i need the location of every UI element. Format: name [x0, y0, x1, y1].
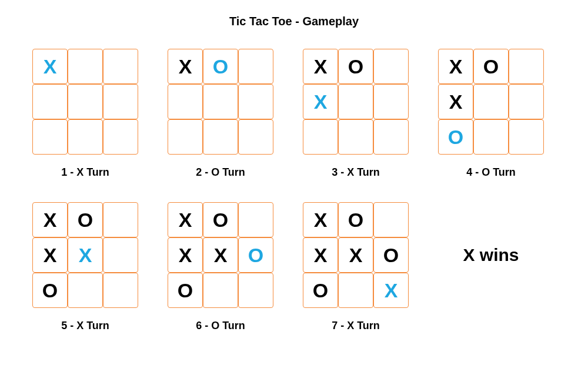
board-5: X O X X O 5 - X Turn — [32, 202, 138, 332]
cell — [473, 84, 509, 119]
cell — [338, 119, 373, 155]
result-label: X wins — [438, 202, 544, 308]
cell: O — [32, 273, 68, 308]
cell: O — [338, 49, 373, 84]
cell: X — [303, 237, 338, 273]
cell — [68, 119, 103, 155]
cell: X — [303, 202, 338, 237]
cell: X — [338, 237, 373, 273]
cell: X — [373, 273, 409, 308]
grid-5: X O X X O — [32, 202, 138, 308]
cell — [68, 49, 103, 84]
cell: X — [303, 84, 338, 119]
board-1: X 1 - X Turn — [32, 49, 138, 179]
grid-1: X — [32, 49, 138, 155]
cell: X — [32, 202, 68, 237]
cell — [373, 84, 409, 119]
cell — [32, 84, 68, 119]
board-6: X O X X O O 6 - O Turn — [168, 202, 273, 332]
cell — [103, 273, 138, 308]
grid-6: X O X X O O — [168, 202, 273, 308]
cell — [238, 202, 273, 237]
cell — [509, 49, 544, 84]
boards-container: X 1 - X Turn X O — [29, 49, 559, 332]
cell — [238, 119, 273, 155]
board-4: X O X O 4 - O Turn — [438, 49, 544, 179]
cell — [103, 202, 138, 237]
grid-7: X O X X O O X — [303, 202, 409, 308]
caption-5: 5 - X Turn — [61, 320, 109, 332]
cell — [373, 49, 409, 84]
cell: O — [373, 237, 409, 273]
cell — [238, 273, 273, 308]
cell: O — [203, 49, 238, 84]
grid-2: X O — [168, 49, 273, 155]
cell: X — [303, 49, 338, 84]
cell: O — [303, 273, 338, 308]
caption-2: 2 - O Turn — [196, 166, 245, 179]
cell: X — [32, 237, 68, 273]
cell: X — [68, 237, 103, 273]
cell — [303, 119, 338, 155]
cell: O — [238, 237, 273, 273]
caption-3: 3 - X Turn — [332, 166, 380, 179]
cell — [238, 49, 273, 84]
cell — [509, 119, 544, 155]
cell — [238, 84, 273, 119]
cell — [203, 273, 238, 308]
cell: O — [473, 49, 509, 84]
caption-7: 7 - X Turn — [332, 320, 380, 332]
cell — [103, 237, 138, 273]
cell: O — [168, 273, 203, 308]
cell — [338, 273, 373, 308]
cell: O — [338, 202, 373, 237]
cell: X — [168, 49, 203, 84]
row-2: X O X X O 5 - X Turn X O X X O O — [29, 202, 559, 332]
cell — [168, 119, 203, 155]
cell: X — [438, 84, 473, 119]
cell — [338, 84, 373, 119]
cell — [68, 273, 103, 308]
row-1: X 1 - X Turn X O — [29, 49, 559, 179]
page-title: Tic Tac Toe - Gameplay — [29, 15, 559, 28]
board-3: X O X 3 - X Turn — [303, 49, 409, 179]
cell — [103, 49, 138, 84]
cell: O — [203, 202, 238, 237]
cell — [203, 84, 238, 119]
board-7: X O X X O O X 7 - X Turn — [303, 202, 409, 332]
grid-3: X O X — [303, 49, 409, 155]
cell — [168, 84, 203, 119]
cell: X — [168, 202, 203, 237]
cell — [509, 84, 544, 119]
cell — [103, 119, 138, 155]
cell — [373, 202, 409, 237]
grid-4: X O X O — [438, 49, 544, 155]
caption-4: 4 - O Turn — [466, 166, 516, 179]
cell: X — [32, 49, 68, 84]
cell: X — [203, 237, 238, 273]
caption-6: 6 - O Turn — [196, 320, 245, 332]
cell — [373, 119, 409, 155]
cell — [203, 119, 238, 155]
cell: O — [438, 119, 473, 155]
cell — [32, 119, 68, 155]
cell — [68, 84, 103, 119]
cell: X — [168, 237, 203, 273]
board-2: X O 2 - O Turn — [168, 49, 273, 179]
cell — [103, 84, 138, 119]
cell: X — [438, 49, 473, 84]
caption-1: 1 - X Turn — [61, 166, 109, 179]
cell — [473, 119, 509, 155]
cell: O — [68, 202, 103, 237]
